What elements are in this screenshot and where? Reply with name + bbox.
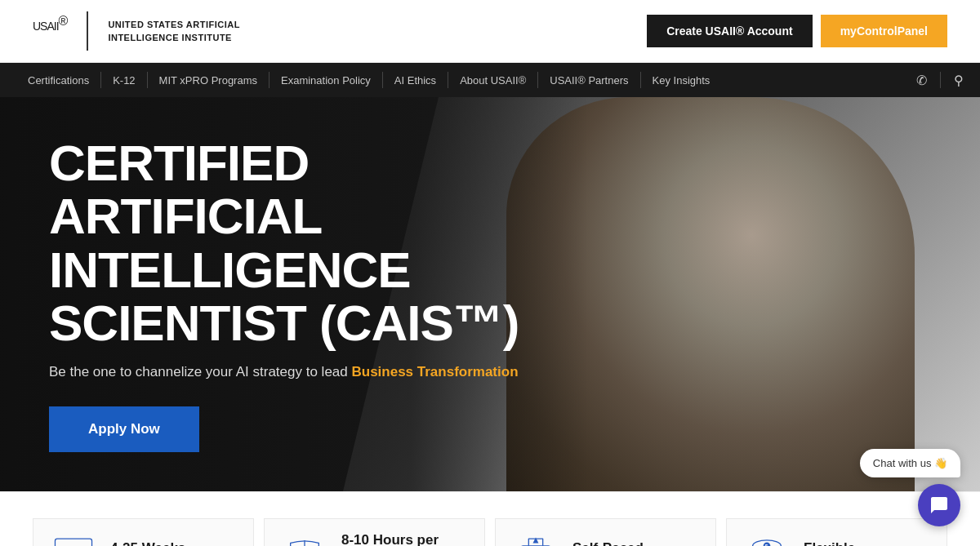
chat-widget: Chat with us 👋 xyxy=(860,449,960,526)
hero-subtitle-highlight: Business Transformation xyxy=(351,364,518,380)
nav-item-certifications[interactable]: Certifications xyxy=(16,74,100,87)
nav-item-k12[interactable]: K-12 xyxy=(101,74,146,87)
feature-hours: 8-10 Hours per Week Hours of Learning xyxy=(264,518,485,546)
nav-item-mit-xpro[interactable]: MIT xPRO Programs xyxy=(148,74,269,87)
open-book-icon xyxy=(281,532,328,546)
monitor-code-icon: </> xyxy=(50,532,97,546)
feature-payment-text: Flexible Payment Options xyxy=(804,540,885,546)
nav-icon-divider xyxy=(940,72,941,88)
logo-subtitle: UNITED STATES ARTIFICIALINTELLIGENCE INS… xyxy=(108,18,240,45)
logo-text: USAII® xyxy=(33,20,67,33)
payment-icon: $ xyxy=(743,532,791,546)
logo-divider xyxy=(87,11,88,51)
feature-hours-title: 8-10 Hours per Week xyxy=(341,532,468,546)
hero-section: CERTIFIED ARTIFICIAL INTELLIGENCE SCIENT… xyxy=(0,97,980,491)
feature-format-title: Self-Paced xyxy=(572,540,650,546)
hero-title: CERTIFIED ARTIFICIAL INTELLIGENCE SCIENT… xyxy=(49,136,523,348)
nav-items: Certifications K-12 MIT xPRO Programs Ex… xyxy=(16,72,908,88)
feature-hours-text: 8-10 Hours per Week Hours of Learning xyxy=(341,532,468,546)
search-icon[interactable]: ⚲ xyxy=(954,73,964,88)
feature-payment-title: Flexible xyxy=(804,540,885,546)
apply-now-button[interactable]: Apply Now xyxy=(49,406,199,452)
chat-button[interactable] xyxy=(918,484,960,526)
create-account-button[interactable]: Create USAII® Account xyxy=(647,15,813,47)
hero-subtitle-plain: Be the one to channelize your AI strateg… xyxy=(49,364,351,380)
feature-duration-title: 4-25 Weeks xyxy=(110,540,194,546)
header-buttons: Create USAII® Account myControlPanel xyxy=(647,15,947,47)
feature-duration: </> 4-25 Weeks Program Duration xyxy=(33,518,254,546)
phone-icon[interactable]: ✆ xyxy=(916,73,927,88)
nav-item-ai-ethics[interactable]: AI Ethics xyxy=(383,74,448,87)
feature-format: Self-Paced Program Format xyxy=(495,518,716,546)
svg-marker-10 xyxy=(533,538,539,544)
features-section: </> 4-25 Weeks Program Duration 8-10 Hou… xyxy=(0,491,980,546)
feature-duration-text: 4-25 Weeks Program Duration xyxy=(110,540,194,546)
my-control-panel-button[interactable]: myControlPanel xyxy=(821,15,947,47)
nav-icons: ✆ ⚲ xyxy=(916,72,964,88)
feature-format-text: Self-Paced Program Format xyxy=(572,540,650,546)
logo-usaii: USAII® xyxy=(33,14,67,49)
nav-item-about[interactable]: About USAII® xyxy=(448,74,537,87)
page-header: USAII® UNITED STATES ARTIFICIALINTELLIGE… xyxy=(0,0,980,63)
hero-subtitle: Be the one to channelize your AI strateg… xyxy=(49,364,523,380)
hero-content: CERTIFIED ARTIFICIAL INTELLIGENCE SCIENT… xyxy=(0,136,523,451)
nav-item-key-insights[interactable]: Key Insights xyxy=(641,74,722,87)
svg-rect-0 xyxy=(55,539,91,546)
chat-bubble: Chat with us 👋 xyxy=(860,449,960,477)
main-nav: Certifications K-12 MIT xPRO Programs Ex… xyxy=(0,63,980,97)
graduation-book-icon xyxy=(512,532,559,546)
nav-item-partners[interactable]: USAII® Partners xyxy=(538,74,639,87)
nav-item-examination-policy[interactable]: Examination Policy xyxy=(270,74,382,87)
logo-area: USAII® UNITED STATES ARTIFICIALINTELLIGE… xyxy=(33,11,240,51)
